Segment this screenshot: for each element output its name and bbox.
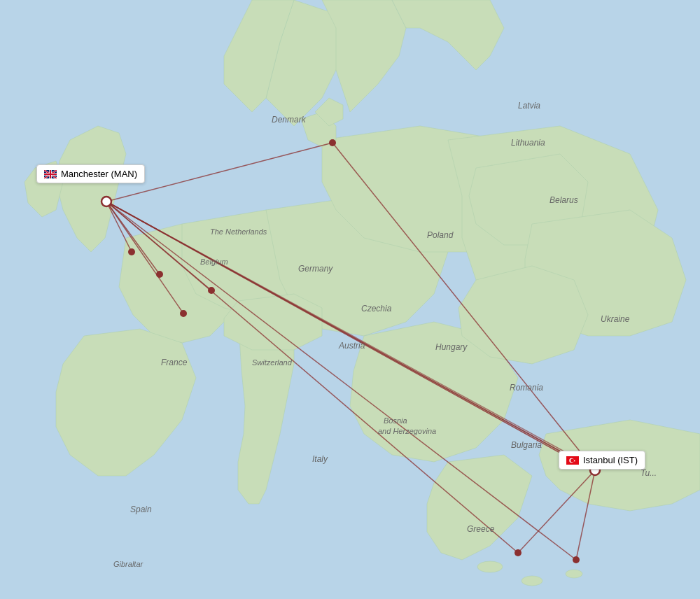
istanbul-label-text: Istanbul (IST) — [583, 455, 638, 465]
svg-text:Bosnia: Bosnia — [384, 416, 407, 425]
svg-text:and Herzegovina: and Herzegovina — [378, 427, 436, 435]
svg-point-46 — [180, 310, 187, 317]
svg-text:Germany: Germany — [298, 264, 333, 274]
svg-text:Lithuania: Lithuania — [511, 138, 545, 148]
svg-text:Bulgaria: Bulgaria — [511, 440, 542, 450]
svg-text:Latvia: Latvia — [518, 101, 540, 111]
svg-text:Denmark: Denmark — [272, 115, 307, 125]
uk-flag-icon — [44, 170, 57, 178]
turkey-flag-icon — [566, 456, 579, 465]
svg-text:The Netherlands: The Netherlands — [210, 227, 267, 236]
svg-text:Austria: Austria — [338, 341, 365, 351]
svg-point-48 — [573, 556, 580, 563]
svg-text:Czechia: Czechia — [361, 304, 392, 313]
svg-point-42 — [329, 139, 336, 146]
svg-point-45 — [208, 287, 215, 294]
svg-text:Romania: Romania — [510, 383, 543, 393]
manchester-label-text: Manchester (MAN) — [61, 169, 137, 179]
svg-text:Greece: Greece — [467, 524, 495, 534]
istanbul-airport-label: Istanbul (IST) — [559, 451, 645, 470]
svg-text:Belarus: Belarus — [550, 195, 578, 205]
svg-text:Ukraine: Ukraine — [601, 314, 630, 324]
svg-text:Spain: Spain — [130, 505, 152, 514]
svg-point-47 — [514, 549, 522, 556]
svg-text:Belgium: Belgium — [200, 258, 228, 266]
svg-text:Tu...: Tu... — [640, 468, 657, 478]
svg-text:Poland: Poland — [427, 230, 454, 240]
svg-text:Hungary: Hungary — [435, 342, 468, 352]
svg-point-1 — [477, 561, 503, 572]
svg-point-54 — [570, 458, 574, 462]
svg-text:Italy: Italy — [312, 454, 328, 464]
map-container: Denmark Latvia Lithuania Belarus Poland … — [0, 0, 700, 599]
manchester-airport-label: Manchester (MAN) — [36, 164, 145, 183]
svg-point-3 — [566, 570, 582, 578]
svg-point-49 — [102, 197, 111, 206]
svg-point-43 — [128, 248, 135, 255]
svg-text:Switzerland: Switzerland — [252, 358, 293, 367]
svg-text:France: France — [161, 358, 188, 367]
svg-point-2 — [522, 576, 542, 586]
svg-text:Gibraltar: Gibraltar — [113, 560, 144, 568]
svg-point-44 — [156, 271, 163, 278]
